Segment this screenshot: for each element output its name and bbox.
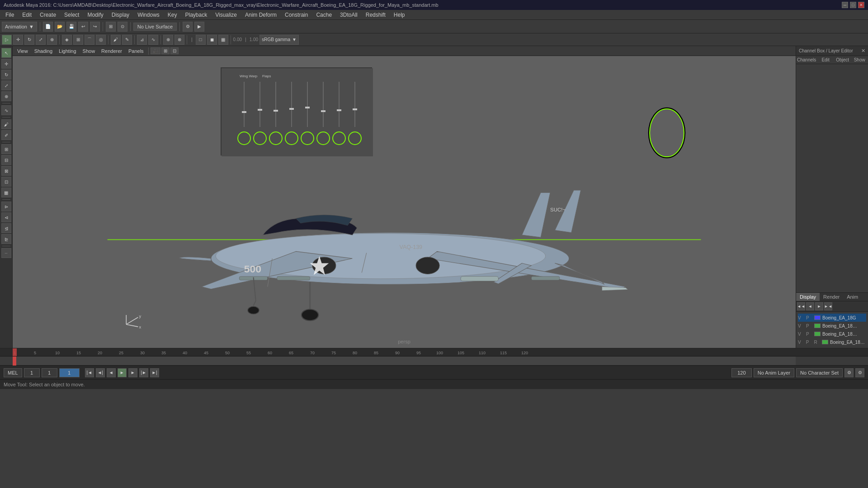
menu-constrain[interactable]: Constrain (281, 11, 311, 19)
no-live-surface-button[interactable]: No Live Surface (133, 23, 177, 31)
left-move-tool[interactable]: ✛ (1, 59, 11, 69)
layer-v-3[interactable]: V (798, 340, 804, 345)
menu-visualize[interactable]: Visualize (212, 11, 241, 19)
menu-key[interactable]: Key (164, 11, 181, 19)
layer-name-0[interactable]: Boeing_EA_18G (822, 315, 856, 320)
anim-tab[interactable]: Anim (843, 293, 862, 301)
layer-name-1[interactable]: Boeing_EA_18G_Helpe (822, 324, 859, 328)
layer-p-1[interactable]: P (806, 324, 812, 328)
open-scene-button[interactable]: 📂 (55, 22, 65, 32)
render-settings-button[interactable]: ⚙ (183, 22, 193, 32)
layer-p-2[interactable]: P (806, 332, 812, 337)
menu-cache[interactable]: Cache (312, 11, 335, 19)
tl-current-frame-marker[interactable] (13, 357, 16, 366)
layer-p-3[interactable]: P (806, 340, 812, 345)
layer-next-next-btn[interactable]: ►◄ (824, 302, 832, 310)
menu-display[interactable]: Display (108, 11, 133, 19)
menu-playback[interactable]: Playback (182, 11, 211, 19)
menu-3dtoall[interactable]: 3DtoAll (336, 11, 361, 19)
vp-cam-btn[interactable]: 🎥 (151, 47, 160, 54)
universal-tool-btn[interactable]: ⊕ (47, 35, 57, 45)
vp-menu-shading[interactable]: Shading (32, 48, 55, 54)
menu-create[interactable]: Create (36, 11, 60, 19)
vp-layout-btn[interactable]: ⊞ (161, 47, 170, 54)
layer-p-0[interactable]: P (806, 315, 812, 320)
left-display-btn3[interactable]: ⊠ (1, 166, 11, 176)
tab-object[interactable]: Object (834, 56, 851, 64)
select-tool[interactable]: ⊞ (106, 22, 116, 32)
menu-modify[interactable]: Modify (84, 11, 107, 19)
select-tool-btn[interactable]: ▷ (2, 35, 12, 45)
left-scale-tool[interactable]: ⤢ (1, 80, 11, 90)
render-tab[interactable]: Render (820, 293, 843, 301)
rig-btn2[interactable]: ⊗ (175, 35, 184, 45)
tab-edit[interactable]: Edit (817, 56, 834, 64)
texture-btn[interactable]: ▦ (218, 35, 228, 45)
go-to-start-btn[interactable]: |◄ (85, 368, 94, 377)
layer-prev-prev-btn[interactable]: ◄◄ (797, 302, 805, 310)
left-universal-tool[interactable]: ⊕ (1, 91, 11, 101)
rotate-tool-btn[interactable]: ↻ (24, 35, 34, 45)
tab-show[interactable]: Show (851, 56, 868, 64)
go-to-end-btn[interactable]: ►| (150, 368, 159, 377)
left-display-btn1[interactable]: ⊞ (1, 144, 11, 154)
sculpt-btn[interactable]: ✎ (122, 35, 132, 45)
frame-field-2[interactable]: 1 (42, 368, 57, 377)
left-display-btn2[interactable]: ⊟ (1, 155, 11, 165)
display-tab[interactable]: Display (796, 293, 820, 301)
viewport-scene[interactable]: 500 VAQ-139 SUC!~ (13, 56, 796, 348)
gamma-dropdown[interactable]: sRGB gamma ▼ (259, 35, 299, 45)
left-anim-btn2[interactable]: ⊲ (1, 212, 11, 222)
render-button[interactable]: ▶ (194, 22, 204, 32)
vp-menu-show[interactable]: Show (80, 48, 98, 54)
large-oval-control[interactable] (646, 106, 687, 160)
scale-tool-btn[interactable]: ⤢ (36, 35, 46, 45)
layer-row-3[interactable]: V P R Boeing_EA_18G_Slider (798, 338, 866, 346)
left-sculpt-tool[interactable]: ✐ (1, 130, 11, 140)
left-anim-btn3[interactable]: ⊴ (1, 223, 11, 233)
layer-row-2[interactable]: V P Boeing_EA_18G_Slider (798, 330, 866, 338)
prev-frame-btn[interactable]: ◄ (107, 368, 116, 377)
char-set-field[interactable]: No Character Set (796, 368, 843, 377)
snap-to-curve-btn[interactable]: ⌒ (85, 35, 94, 45)
vp-menu-renderer[interactable]: Renderer (99, 48, 125, 54)
smooth-shade-btn[interactable]: ◼ (207, 35, 217, 45)
undo-button[interactable]: ↩ (78, 22, 88, 32)
layer-row-0[interactable]: V P Boeing_EA_18G (798, 314, 866, 322)
animation-mode-dropdown[interactable]: Animation ▼ (2, 22, 37, 32)
layer-prev-btn[interactable]: ◄ (806, 302, 814, 310)
left-curve-tool[interactable]: ∿ (1, 105, 11, 115)
end-frame-field[interactable]: 120 (731, 368, 752, 377)
left-anim-btn1[interactable]: ⊳ (1, 202, 11, 211)
left-more-btn[interactable]: ··· (1, 248, 11, 258)
char-set-options-btn[interactable]: ⚙ (844, 368, 854, 377)
layer-row-1[interactable]: V P Boeing_EA_18G_Helpe (798, 322, 866, 330)
lasso-tool[interactable]: ⊙ (118, 22, 127, 32)
maximize-button[interactable]: □ (850, 2, 856, 8)
play-btn[interactable]: ► (118, 368, 127, 377)
menu-windows[interactable]: Windows (134, 11, 163, 19)
vp-snap-btn[interactable]: ⊡ (170, 47, 179, 54)
snap-to-point-btn[interactable]: ◎ (96, 35, 106, 45)
layer-v-0[interactable]: V (798, 315, 804, 320)
next-key-btn[interactable]: |► (139, 368, 148, 377)
frame-box[interactable]: 1 (59, 368, 80, 377)
vp-menu-panels[interactable]: Panels (126, 48, 146, 54)
left-display-btn5[interactable]: ▦ (1, 188, 11, 197)
layer-v-1[interactable]: V (798, 324, 804, 328)
curve-btn[interactable]: ∿ (148, 35, 158, 45)
next-frame-btn[interactable]: ► (128, 368, 137, 377)
mel-label[interactable]: MEL (4, 368, 22, 377)
left-select-tool[interactable]: ↖ (1, 48, 11, 58)
frame-field-1[interactable]: 1 (24, 368, 40, 377)
vp-menu-view[interactable]: View (14, 48, 31, 54)
left-rotate-tool[interactable]: ↻ (1, 70, 11, 80)
wireframe-btn[interactable]: □ (196, 35, 206, 45)
viewport[interactable]: View Shading Lighting Show Renderer Pane… (13, 46, 796, 348)
menu-select[interactable]: Select (61, 11, 83, 19)
tl-track[interactable] (13, 357, 796, 365)
soft-select-btn[interactable]: ◈ (62, 35, 72, 45)
menu-edit[interactable]: Edit (19, 11, 35, 19)
layer-v-2[interactable]: V (798, 332, 804, 337)
timeline-track-row[interactable] (0, 357, 868, 366)
